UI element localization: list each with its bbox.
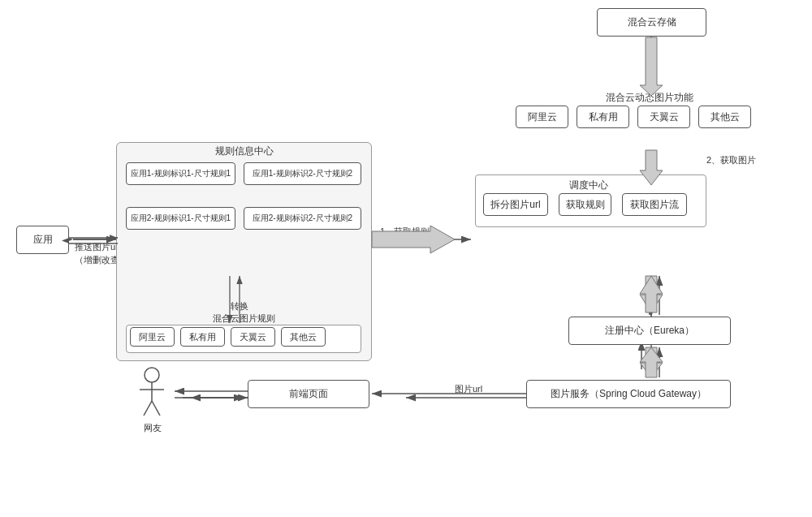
convert-label: 转换 bbox=[223, 300, 256, 312]
img-service-box: 图片服务（Spring Cloud Gateway） bbox=[526, 380, 731, 408]
get-rule-arrow-label: 1、获取规则 bbox=[380, 226, 430, 238]
hybrid-dynamic-label: 混合云动态图片功能 bbox=[512, 91, 788, 105]
app2-rule2-box: 应用2-规则标识2-尺寸规则2 bbox=[244, 207, 361, 230]
svg-marker-32 bbox=[640, 276, 663, 312]
img-url-label: 图片url bbox=[455, 383, 482, 395]
other1-box: 其他云 bbox=[698, 106, 751, 128]
get-img-label: 2、获取图片 bbox=[706, 154, 756, 166]
svg-point-17 bbox=[145, 368, 159, 382]
app1-rule2-box: 应用1-规则标识2-尺寸规则2 bbox=[244, 162, 361, 185]
get-rule-box: 获取规则 bbox=[559, 193, 611, 216]
diagram-container: 混合云存储 混合云动态图片功能 阿里云 私有用 天翼云 其他云 2、获取图片 调… bbox=[0, 0, 812, 517]
app-box: 应用 bbox=[16, 226, 69, 254]
frontend-box: 前端页面 bbox=[248, 380, 369, 408]
hybrid-storage-box: 混合云存储 bbox=[597, 8, 706, 37]
tianyi2-box: 天翼云 bbox=[231, 327, 275, 347]
get-stream-box: 获取图片流 bbox=[622, 193, 687, 216]
app2-rule1-box: 应用2-规则标识1-尺寸规则1 bbox=[126, 207, 235, 230]
private2-box: 私有用 bbox=[180, 327, 225, 347]
svg-line-20 bbox=[144, 401, 152, 416]
person-svg bbox=[136, 367, 168, 420]
svg-line-21 bbox=[152, 401, 160, 416]
hybrid-storage-label: 混合云存储 bbox=[628, 15, 676, 29]
other2-box: 其他云 bbox=[281, 327, 326, 347]
dispatch-center-label: 调度中心 bbox=[479, 179, 698, 192]
svg-marker-34 bbox=[640, 347, 663, 377]
svg-marker-35 bbox=[640, 347, 663, 377]
aliyun2-box: 阿里云 bbox=[130, 327, 175, 347]
aliyun1-box: 阿里云 bbox=[516, 106, 568, 128]
split-url-box: 拆分图片url bbox=[483, 193, 548, 216]
app1-rule1-box: 应用1-规则标识1-尺寸规则1 bbox=[126, 162, 235, 185]
rule-center-label: 规则信息中心 bbox=[116, 144, 372, 158]
tianyi1-box: 天翼云 bbox=[637, 106, 690, 128]
hybrid-img-rule-label: 混合云图片规则 bbox=[126, 312, 361, 325]
registry-box: 注册中心（Eureka） bbox=[568, 317, 731, 345]
svg-marker-33 bbox=[640, 276, 663, 312]
private1-box: 私有用 bbox=[577, 106, 629, 128]
netizen-label: 网友 bbox=[136, 422, 169, 434]
netizen-icon bbox=[136, 367, 168, 420]
svg-marker-31 bbox=[640, 37, 663, 96]
